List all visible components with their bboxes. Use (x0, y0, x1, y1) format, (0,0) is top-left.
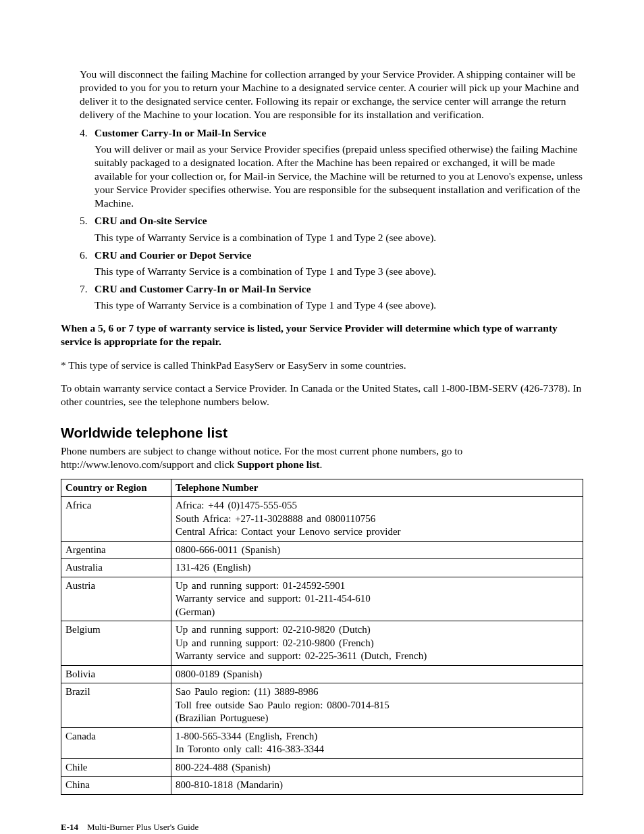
list-item: 6.CRU and Courier or Depot ServiceThis t… (80, 249, 583, 278)
cell-country: Australia (61, 559, 171, 577)
asterisk-note: * This type of service is called ThinkPa… (61, 359, 583, 372)
th-phone: Telephone Number (171, 479, 583, 497)
cell-phone: Up and running support: 01-24592-5901War… (171, 577, 583, 621)
phone-line: 0800-666-0011 (Spanish) (176, 544, 579, 557)
table-row: Chile800-224-488 (Spanish) (61, 758, 583, 777)
list-title: CRU and On-site Service (95, 214, 583, 228)
numbered-list: 4.Customer Carry-In or Mail-In ServiceYo… (80, 126, 583, 313)
phone-line: Sao Paulo region: (11) 3889-8986 (176, 685, 579, 699)
table-row: Canada1-800-565-3344 (English, French)In… (61, 727, 583, 758)
cell-phone: 131-426 (English) (171, 559, 583, 577)
list-body: Customer Carry-In or Mail-In ServiceYou … (95, 126, 583, 211)
page-footer: E-14 Multi-Burner Plus User's Guide (61, 822, 583, 833)
list-item: 4.Customer Carry-In or Mail-In ServiceYo… (80, 126, 583, 211)
phone-line: Central Africa: Contact your Lenovo serv… (176, 525, 579, 539)
intro-paragraph: You will disconnect the failing Machine … (80, 68, 583, 122)
cell-phone: 0800-0189 (Spanish) (171, 665, 583, 683)
list-title: Customer Carry-In or Mail-In Service (95, 126, 583, 140)
table-row: AfricaAfrica: +44 (0)1475-555-055South A… (61, 497, 583, 542)
phone-line: Up and running support: 02-210-9800 (Fre… (176, 637, 579, 650)
phone-line: Up and running support: 01-24592-5901 (176, 579, 579, 593)
list-body: CRU and On-site ServiceThis type of Warr… (95, 214, 583, 244)
footer-title: Multi-Burner Plus User's Guide (87, 822, 198, 832)
phone-line: 131-426 (English) (176, 561, 579, 575)
cell-country: China (61, 777, 171, 795)
phone-line: 1-800-565-3344 (English, French) (176, 730, 579, 744)
cell-phone: Sao Paulo region: (11) 3889-8986Toll fre… (171, 683, 583, 728)
phone-line: Warranty service and support: 01-211-454… (176, 592, 579, 606)
cell-phone: 1-800-565-3344 (English, French)In Toron… (171, 727, 583, 758)
list-number: 4. (80, 126, 95, 140)
list-paragraph: This type of Warranty Service is a combi… (95, 231, 583, 244)
cell-country: Austria (61, 577, 171, 621)
phone-line: Toll free outside Sao Paulo region: 0800… (176, 699, 579, 712)
cell-country: Brazil (61, 683, 171, 728)
table-row: Australia131-426 (English) (61, 559, 583, 577)
table-row: Argentina0800-666-0011 (Spanish) (61, 541, 583, 559)
cell-country: Argentina (61, 541, 171, 559)
list-number: 5. (80, 214, 95, 228)
cell-country: Belgium (61, 621, 171, 666)
section-intro: Phone numbers are subject to change with… (61, 444, 583, 471)
phone-line: South Africa: +27-11-3028888 and 0800110… (176, 513, 579, 526)
cell-country: Bolivia (61, 665, 171, 683)
table-row: AustriaUp and running support: 01-24592-… (61, 577, 583, 621)
phone-line: In Toronto only call: 416-383-3344 (176, 743, 579, 756)
cell-country: Africa (61, 497, 171, 542)
cell-country: Canada (61, 727, 171, 758)
table-row: Bolivia0800-0189 (Spanish) (61, 665, 583, 683)
table-row: China800-810-1818 (Mandarin) (61, 777, 583, 795)
table-header-row: Country or Region Telephone Number (61, 479, 583, 497)
section-heading: Worldwide telephone list (61, 423, 583, 442)
list-title: CRU and Customer Carry-In or Mail-In Ser… (95, 282, 583, 296)
list-item: 5.CRU and On-site ServiceThis type of Wa… (80, 214, 583, 244)
cell-phone: 800-810-1818 (Mandarin) (171, 777, 583, 795)
phone-line: Warranty service and support: 02-225-361… (176, 650, 579, 663)
phone-table: Country or Region Telephone Number Afric… (61, 479, 583, 795)
phone-line: 800-224-488 (Spanish) (176, 761, 579, 775)
phone-line: (German) (176, 606, 579, 619)
list-number: 7. (80, 282, 95, 296)
cell-phone: Up and running support: 02-210-9820 (Dut… (171, 621, 583, 666)
phone-line: 800-810-1818 (Mandarin) (176, 779, 579, 792)
table-row: BelgiumUp and running support: 02-210-98… (61, 621, 583, 666)
list-body: CRU and Customer Carry-In or Mail-In Ser… (95, 282, 583, 312)
cell-country: Chile (61, 758, 171, 777)
list-number: 6. (80, 249, 95, 262)
cell-phone: Africa: +44 (0)1475-555-055South Africa:… (171, 497, 583, 542)
cell-phone: 0800-666-0011 (Spanish) (171, 541, 583, 559)
bold-note: When a 5, 6 or 7 type of warranty servic… (61, 321, 583, 348)
table-row: BrazilSao Paulo region: (11) 3889-8986To… (61, 683, 583, 728)
list-body: CRU and Courier or Depot ServiceThis typ… (95, 249, 583, 278)
section-intro-b: . (320, 459, 323, 470)
cell-phone: 800-224-488 (Spanish) (171, 758, 583, 777)
phone-line: Up and running support: 02-210-9820 (Dut… (176, 623, 579, 637)
phone-line: (Brazilian Portuguese) (176, 712, 579, 725)
warranty-service-list: You will disconnect the failing Machine … (80, 68, 583, 122)
phone-line: Africa: +44 (0)1475-555-055 (176, 499, 579, 513)
list-paragraph: This type of Warranty Service is a combi… (95, 298, 583, 312)
list-item: 7.CRU and Customer Carry-In or Mail-In S… (80, 282, 583, 312)
list-paragraph: You will deliver or mail as your Service… (95, 142, 583, 211)
list-title: CRU and Courier or Depot Service (95, 249, 583, 262)
th-country: Country or Region (61, 479, 171, 497)
phone-line: 0800-0189 (Spanish) (176, 668, 579, 681)
list-paragraph: This type of Warranty Service is a combi… (95, 265, 583, 278)
section-intro-bold: Support phone list (237, 459, 319, 470)
contact-note: To obtain warranty service contact a Ser… (61, 382, 583, 409)
page-number: E-14 (61, 822, 78, 832)
